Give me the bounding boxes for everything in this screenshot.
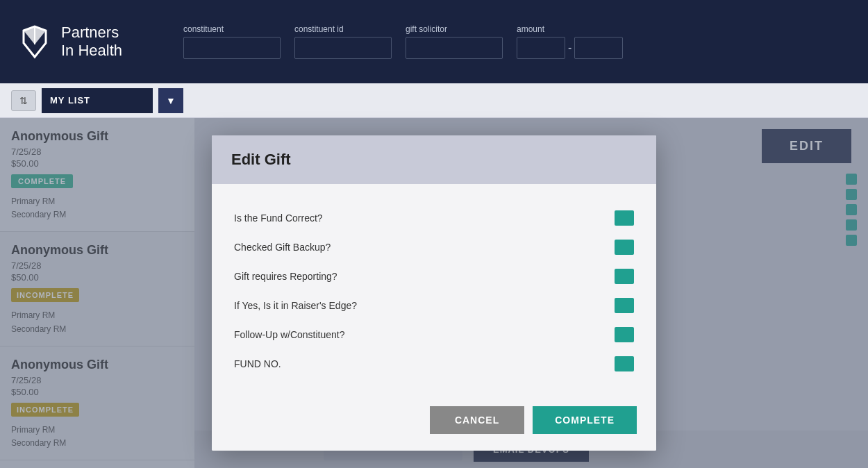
fund-correct-checkbox[interactable] [615, 210, 634, 226]
my-list-label: MY LIST [50, 95, 90, 106]
constituent-label: constituent [183, 24, 281, 34]
sort-icon: ⇅ [19, 95, 28, 106]
sort-button[interactable]: ⇅ [11, 90, 36, 111]
modal-row: FUND NO. [234, 349, 634, 378]
modal-row-label: FUND NO. [234, 358, 281, 369]
modal-row: If Yes, Is it in Raiser's Edge? [234, 291, 634, 320]
fund-no-checkbox[interactable] [615, 356, 634, 371]
gift-solicitor-input[interactable] [406, 37, 503, 59]
modal-overlay: Edit Gift Is the Fund Correct? Checked G… [0, 118, 868, 468]
modal-row-label: Is the Fund Correct? [234, 212, 323, 224]
modal-body: Is the Fund Correct? Checked Gift Backup… [212, 184, 656, 395]
complete-button[interactable]: COMPLETE [533, 406, 637, 434]
constituent-field-group: constituent [183, 24, 281, 59]
chevron-down-icon: ▼ [166, 95, 176, 106]
constituent-input[interactable] [183, 37, 281, 59]
raisers-edge-checkbox[interactable] [615, 298, 634, 313]
constituent-id-input[interactable] [294, 37, 392, 59]
constituent-id-label: constituent id [294, 24, 392, 34]
cancel-button[interactable]: CANCEL [430, 406, 524, 434]
main-area: Anonymous Gift 7/25/28 $50.00 COMPLETE P… [0, 118, 868, 468]
modal-row-label: Follow-Up w/Constituent? [234, 329, 345, 340]
modal-row: Is the Fund Correct? [234, 203, 634, 233]
constituent-id-field-group: constituent id [294, 24, 392, 59]
toolbar: ⇅ MY LIST ▼ [0, 83, 868, 118]
gift-solicitor-label: gift solicitor [406, 24, 503, 34]
amount-input-from[interactable] [517, 37, 565, 59]
dropdown-arrow-button[interactable]: ▼ [158, 88, 183, 113]
modal-row-label: Checked Gift Backup? [234, 242, 331, 253]
gift-reporting-checkbox[interactable] [615, 269, 634, 284]
amount-label: amount [517, 24, 623, 34]
logo-area: Partners In Health [17, 24, 156, 60]
amount-separator: - [568, 42, 571, 54]
modal-row: Follow-Up w/Constituent? [234, 320, 634, 349]
modal-title: Edit Gift [231, 151, 291, 168]
header-fields: constituent constituent id gift solicito… [183, 24, 851, 59]
edit-gift-modal: Edit Gift Is the Fund Correct? Checked G… [212, 135, 656, 451]
amount-field-group: amount - [517, 24, 623, 59]
modal-row: Gift requires Reporting? [234, 262, 634, 291]
modal-row-label: Gift requires Reporting? [234, 271, 337, 282]
amount-input-to[interactable] [574, 37, 623, 59]
modal-row: Checked Gift Backup? [234, 233, 634, 262]
gift-solicitor-field-group: gift solicitor [406, 24, 503, 59]
logo-icon [17, 24, 53, 60]
logo-text: Partners In Health [61, 24, 122, 60]
modal-footer: CANCEL COMPLETE [212, 395, 656, 451]
followup-checkbox[interactable] [615, 327, 634, 342]
modal-header: Edit Gift [212, 135, 656, 184]
modal-row-label: If Yes, Is it in Raiser's Edge? [234, 300, 357, 311]
amount-inputs: - [517, 37, 623, 59]
gift-backup-checkbox[interactable] [615, 240, 634, 255]
app-header: Partners In Health constituent constitue… [0, 0, 868, 83]
my-list-dropdown[interactable]: MY LIST [42, 88, 153, 113]
